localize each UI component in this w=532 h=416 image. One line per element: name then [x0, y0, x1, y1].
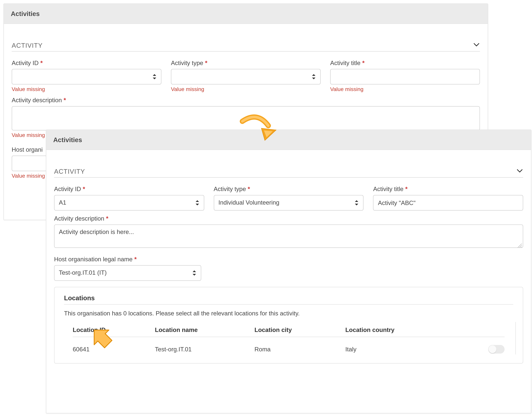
- required-star-icon: *: [83, 186, 85, 192]
- activity-type-select[interactable]: Individual Volunteering: [214, 195, 364, 211]
- col-location-country: Location country: [345, 326, 479, 333]
- callout-arrow-icon: [89, 325, 114, 351]
- cell-location-city: Roma: [254, 346, 345, 353]
- validation-error: Value missing: [12, 86, 162, 92]
- activity-type-label: Activity type*: [214, 186, 364, 192]
- activity-id-label: Activity ID*: [54, 186, 204, 192]
- validation-error: Value missing: [330, 86, 480, 92]
- required-star-icon: *: [405, 186, 408, 192]
- host-org-label: Host organisation legal name*: [54, 256, 523, 263]
- validation-error: Value missing: [12, 173, 52, 179]
- locations-card: Locations This organisation has 0 locati…: [54, 287, 523, 364]
- activity-id-select[interactable]: [12, 69, 162, 84]
- cell-location-name: Test-org.IT.01: [155, 346, 254, 353]
- chevron-down-icon: [516, 167, 523, 176]
- locations-title: Locations: [64, 294, 513, 305]
- resize-handle-icon[interactable]: [518, 242, 522, 247]
- required-star-icon: *: [134, 256, 137, 263]
- sort-icon: [355, 200, 359, 206]
- table-row: 60641 Test-org.IT.01 Roma Italy: [73, 337, 504, 358]
- location-toggle[interactable]: [488, 345, 504, 354]
- required-star-icon: *: [40, 59, 43, 66]
- host-org-select[interactable]: Test-org.IT.01 (IT): [54, 265, 201, 281]
- sort-icon: [312, 74, 316, 80]
- sort-icon: [192, 270, 197, 276]
- activity-desc-label: Activity description*: [12, 97, 480, 104]
- section-title: ACTIVITY: [12, 41, 43, 49]
- required-star-icon: *: [362, 59, 365, 66]
- col-location-name: Location name: [155, 326, 254, 333]
- required-star-icon: *: [248, 186, 250, 192]
- activity-desc-label: Activity description*: [54, 215, 523, 222]
- panel-header: Activities: [4, 4, 488, 24]
- vertical-divider: [515, 322, 516, 355]
- activity-type-select[interactable]: [171, 69, 321, 84]
- activity-section-header[interactable]: ACTIVITY: [12, 41, 480, 51]
- panel-header: Activities: [46, 130, 531, 150]
- required-star-icon: *: [64, 97, 66, 104]
- activity-title-label: Activity title*: [330, 59, 480, 66]
- sort-icon: [152, 74, 157, 80]
- activity-desc-textarea[interactable]: Activity description is here...: [54, 224, 523, 248]
- validation-error: Value missing: [171, 86, 321, 92]
- activity-id-select[interactable]: A1: [54, 195, 204, 211]
- required-star-icon: *: [205, 59, 207, 66]
- locations-message: This organisation has 0 locations. Pleas…: [64, 310, 513, 317]
- host-org-label-truncated: Host organi: [12, 146, 52, 153]
- activity-type-label: Activity type*: [171, 59, 321, 66]
- curved-arrow-icon: [238, 114, 281, 149]
- activity-title-label: Activity title*: [373, 186, 523, 192]
- activity-title-input[interactable]: [330, 69, 480, 84]
- cell-location-country: Italy: [345, 346, 479, 353]
- activity-title-input[interactable]: [373, 195, 523, 211]
- chevron-down-icon: [473, 41, 480, 49]
- activities-panel-filled: Activities ACTIVITY Activity ID* A1: [46, 129, 532, 413]
- activity-id-label: Activity ID*: [12, 59, 162, 66]
- locations-table: Location ID Location name Location city …: [73, 323, 504, 358]
- table-header: Location ID Location name Location city …: [73, 323, 504, 337]
- col-location-city: Location city: [254, 326, 345, 333]
- host-org-select[interactable]: [12, 156, 47, 171]
- activity-section-header[interactable]: ACTIVITY: [54, 167, 523, 178]
- sort-icon: [195, 200, 200, 206]
- required-star-icon: *: [106, 215, 108, 222]
- section-title: ACTIVITY: [54, 168, 85, 175]
